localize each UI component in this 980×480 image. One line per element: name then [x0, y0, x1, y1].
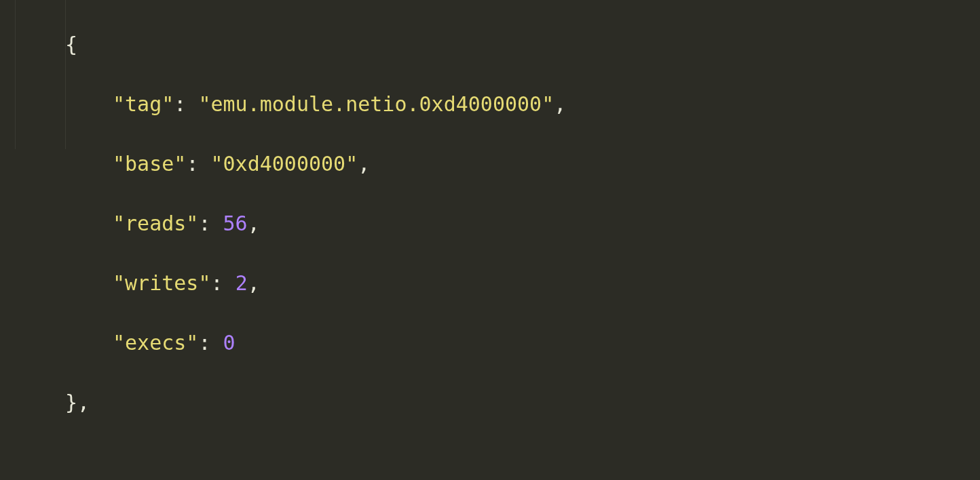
brace-close: }, [65, 391, 90, 414]
json-key-reads: "reads" [113, 212, 198, 235]
json-key-tag: "tag" [113, 92, 174, 116]
code-line: "tag": "emu.module.netio.0xd4000000", [65, 89, 762, 119]
json-value-base: "0xd4000000" [211, 152, 358, 176]
code-line: "reads": 56, [65, 209, 762, 239]
json-key-execs: "execs" [113, 331, 198, 355]
brace-open: { [65, 33, 77, 56]
code-editor[interactable]: { "tag": "emu.module.netio.0xd4000000", … [0, 0, 980, 149]
code-line: "writes": 2, [65, 268, 762, 298]
code-line: { [65, 30, 762, 60]
code-content: { "tag": "emu.module.netio.0xd4000000", … [0, 0, 762, 480]
code-line: "base": "0xd4000000", [65, 149, 762, 179]
code-line-blank [65, 447, 762, 477]
json-value-writes: 2 [235, 271, 248, 295]
json-key-writes: "writes" [113, 271, 211, 295]
json-value-reads: 56 [223, 212, 248, 235]
json-key-base: "base" [113, 152, 186, 176]
json-value-execs: 0 [223, 331, 235, 355]
code-line: }, [65, 388, 762, 418]
json-value-tag: "emu.module.netio.0xd4000000" [198, 92, 554, 116]
code-line: "execs": 0 [65, 328, 762, 358]
